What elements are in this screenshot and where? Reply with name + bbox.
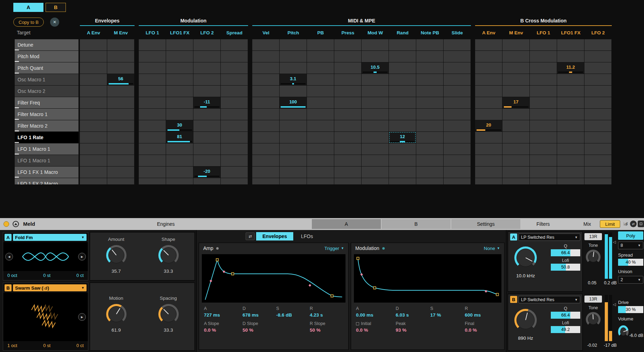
matrix-cell[interactable]: [252, 39, 279, 50]
matrix-cell[interactable]: [107, 178, 134, 184]
matrix-col-header[interactable]: Mod W: [362, 26, 389, 39]
matrix-cell[interactable]: [530, 74, 557, 85]
matrix-cell[interactable]: [307, 51, 334, 62]
matrix-cell[interactable]: [280, 86, 307, 97]
matrix-cell[interactable]: [557, 86, 584, 97]
matrix-col-header[interactable]: Slide: [444, 26, 471, 39]
matrix-cell[interactable]: [280, 109, 307, 120]
amp-d-slope-value[interactable]: 50 %: [242, 327, 276, 333]
matrix-col-header[interactable]: Rand: [389, 26, 416, 39]
matrix-cell[interactable]: [139, 51, 166, 62]
matrix-cell[interactable]: [252, 62, 279, 74]
matrix-cell[interactable]: [166, 155, 193, 166]
device-on-toggle[interactable]: [4, 221, 9, 227]
matrix-cell[interactable]: [166, 97, 193, 108]
matrix-cell[interactable]: [334, 62, 361, 74]
matrix-cell[interactable]: [444, 39, 471, 50]
matrix-cell[interactable]: [280, 62, 307, 74]
matrix-cell[interactable]: 30: [166, 120, 193, 131]
engine-b-ct[interactable]: 0 ct: [76, 343, 84, 348]
matrix-row-label[interactable]: Filter Macro 1: [15, 109, 78, 120]
matrix-cell[interactable]: [307, 167, 334, 178]
matrix-cell[interactable]: [502, 155, 529, 166]
matrix-cell[interactable]: [80, 109, 107, 120]
amp-attack-value[interactable]: 727 ms: [204, 312, 242, 318]
matrix-cell[interactable]: [584, 155, 611, 166]
matrix-cell[interactable]: [139, 178, 166, 184]
matrix-cell[interactable]: [530, 62, 557, 74]
mod-peak-value[interactable]: 93 %: [396, 327, 430, 333]
matrix-cell[interactable]: [221, 74, 248, 85]
matrix-cell[interactable]: [389, 39, 416, 50]
matrix-cell[interactable]: [221, 143, 248, 155]
volume-knob[interactable]: [618, 325, 629, 338]
matrix-cell[interactable]: [584, 86, 611, 97]
volume-value[interactable]: -6.0 dB: [629, 333, 643, 338]
matrix-cell[interactable]: [530, 109, 557, 120]
engine-b-selector[interactable]: Swarm Saw (♭♯) ▼: [13, 284, 87, 291]
matrix-cell[interactable]: [416, 132, 443, 143]
matrix-cell[interactable]: [502, 143, 529, 155]
matrix-cell[interactable]: [252, 132, 279, 143]
matrix-cell[interactable]: [502, 74, 529, 85]
matrix-cell[interactable]: [334, 132, 361, 143]
matrix-cell[interactable]: [139, 97, 166, 108]
matrix-cell[interactable]: [416, 167, 443, 178]
amp-a-slope-value[interactable]: 0.0 %: [204, 327, 242, 333]
matrix-col-header[interactable]: LFO1 FX: [557, 26, 584, 39]
matrix-cell[interactable]: [193, 51, 220, 62]
engine-a-next-button[interactable]: ▶: [78, 253, 86, 260]
matrix-row-label[interactable]: Pitch Mod: [15, 51, 78, 62]
matrix-cell[interactable]: [334, 74, 361, 85]
initial-checkbox[interactable]: [356, 322, 359, 325]
matrix-cell[interactable]: [307, 109, 334, 120]
matrix-cell[interactable]: [193, 120, 220, 131]
filter-a-level-value[interactable]: 0.2 dB: [598, 280, 617, 285]
matrix-cell[interactable]: [584, 62, 611, 74]
matrix-cell[interactable]: [584, 120, 611, 131]
matrix-cell[interactable]: [107, 167, 134, 178]
matrix-cell[interactable]: [557, 120, 584, 131]
tab-b[interactable]: B: [382, 219, 451, 229]
filter-b-slope-selector[interactable]: 13R: [584, 296, 602, 303]
matrix-cell[interactable]: [502, 132, 529, 143]
matrix-cell[interactable]: [221, 86, 248, 97]
matrix-cell[interactable]: 100: [280, 97, 307, 108]
fold-device-button[interactable]: [13, 221, 19, 227]
matrix-cell[interactable]: [557, 132, 584, 143]
matrix-cell[interactable]: [221, 120, 248, 131]
matrix-cell[interactable]: [389, 178, 416, 184]
matrix-cell[interactable]: [389, 51, 416, 62]
matrix-cell[interactable]: [362, 120, 389, 131]
matrix-col-header[interactable]: LFO1 FX: [166, 26, 193, 39]
matrix-cell[interactable]: [307, 97, 334, 108]
matrix-col-header[interactable]: M Env: [502, 26, 530, 39]
mod-decay-value[interactable]: 6.03 s: [396, 312, 430, 318]
amp-trigger-mode[interactable]: Trigger▼: [324, 246, 344, 251]
matrix-cell[interactable]: [280, 167, 307, 178]
amount-knob[interactable]: [106, 245, 126, 265]
matrix-cell[interactable]: [193, 155, 220, 166]
matrix-cell[interactable]: [107, 155, 134, 166]
matrix-cell[interactable]: [107, 143, 134, 155]
matrix-cell[interactable]: [444, 167, 471, 178]
matrix-cell[interactable]: [307, 120, 334, 131]
matrix-cell[interactable]: [416, 51, 443, 62]
matrix-cell[interactable]: [502, 167, 529, 178]
matrix-cell[interactable]: [584, 97, 611, 108]
matrix-cell[interactable]: [139, 143, 166, 155]
matrix-cell[interactable]: [80, 62, 107, 74]
matrix-cell[interactable]: [362, 178, 389, 184]
matrix-cell[interactable]: [80, 39, 107, 50]
matrix-cell[interactable]: [444, 178, 471, 184]
matrix-cell[interactable]: [193, 178, 220, 184]
matrix-cell[interactable]: [530, 97, 557, 108]
mod-initial-value[interactable]: 0.0 %: [356, 327, 396, 333]
hotswap-icon[interactable]: ⇄: [630, 221, 637, 227]
matrix-cell[interactable]: [80, 97, 107, 108]
matrix-row-label[interactable]: LFO 1 Rate: [15, 132, 78, 143]
matrix-cell[interactable]: [475, 167, 502, 178]
matrix-cell[interactable]: [139, 62, 166, 74]
matrix-cell[interactable]: [80, 167, 107, 178]
matrix-row-label[interactable]: Osc Macro 2: [15, 86, 78, 97]
